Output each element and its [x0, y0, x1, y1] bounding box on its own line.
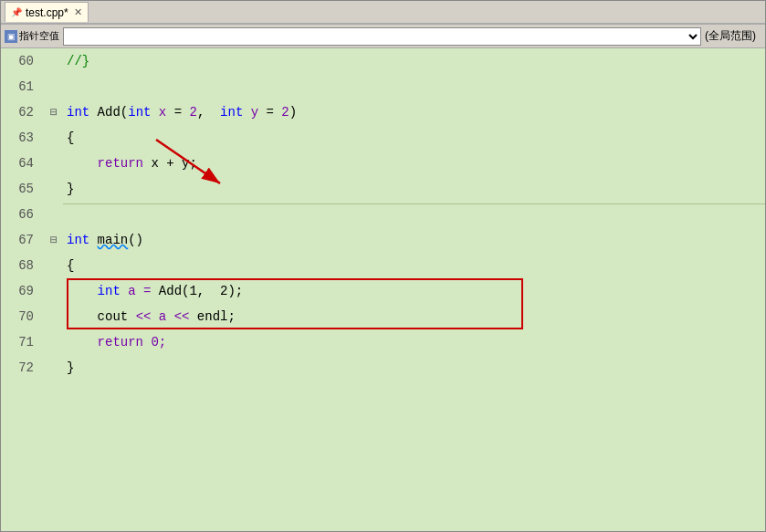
line-number: 62 [1, 99, 39, 125]
line-number: 64 [1, 151, 39, 176]
fold-indicator [45, 176, 63, 182]
line-row: 67⊟int main() [1, 227, 765, 253]
fold-indicator [45, 125, 63, 130]
fold-indicator [45, 151, 63, 156]
line-content: { [63, 253, 765, 278]
fold-indicator[interactable]: ⊟ [45, 99, 63, 120]
pointer-null-icon: ▣ [5, 30, 17, 43]
line-row: 68{ [1, 253, 765, 278]
line-row: 62⊟int Add(int x = 2, int y = 2) [1, 99, 765, 125]
toolbar-icon-box: ▣ 指针空值 [5, 29, 59, 43]
line-row: 64 return x + y; [1, 151, 765, 176]
line-number: 60 [1, 48, 39, 74]
line-number: 65 [1, 176, 39, 202]
line-content: return x + y; [63, 151, 765, 176]
line-number: 71 [1, 329, 39, 355]
fold-indicator [45, 304, 63, 309]
tab-label: test.cpp* [26, 6, 68, 19]
fold-indicator [45, 74, 63, 79]
fold-indicator [45, 253, 63, 258]
line-row: 60//} [1, 48, 765, 74]
line-row: 63{ [1, 125, 765, 151]
scope-dropdown[interactable] [63, 27, 701, 46]
line-number: 61 [1, 74, 39, 99]
line-row: 71 return 0; [1, 329, 765, 355]
line-row: 70 cout << a << endl; [1, 304, 765, 329]
line-content: //} [63, 48, 765, 74]
line-number: 66 [1, 202, 39, 227]
line-content: } [63, 355, 765, 381]
main-window: 📌 test.cpp* ✕ ▣ 指针空值 (全局范围) 60//}6162⊟in… [0, 0, 766, 532]
line-row: 72} [1, 355, 765, 381]
line-content: int Add(int x = 2, int y = 2) [63, 99, 765, 125]
tab-close-button[interactable]: ✕ [74, 6, 82, 18]
fold-indicator [45, 202, 63, 207]
fold-indicator [45, 278, 63, 284]
fold-indicator [45, 48, 63, 54]
line-number: 70 [1, 304, 39, 329]
line-number: 63 [1, 125, 39, 151]
line-content [63, 203, 765, 204]
line-content: } [63, 176, 765, 202]
line-row: 65} [1, 176, 765, 202]
line-row: 69 int a = Add(1, 2); [1, 278, 765, 304]
toolbar: ▣ 指针空值 (全局范围) [1, 25, 765, 48]
line-content: int main() [63, 227, 765, 253]
line-content: cout << a << endl; [63, 304, 765, 329]
line-number: 68 [1, 253, 39, 278]
line-row: 66 [1, 202, 765, 227]
line-number: 72 [1, 355, 39, 381]
pin-icon: 📌 [11, 7, 22, 17]
line-row: 61 [1, 74, 765, 99]
line-number: 69 [1, 278, 39, 304]
tab-test-cpp[interactable]: 📌 test.cpp* ✕ [5, 2, 89, 22]
line-content: return 0; [63, 329, 765, 355]
fold-indicator[interactable]: ⊟ [45, 227, 63, 247]
fold-indicator [45, 329, 63, 335]
tab-bar: 📌 test.cpp* ✕ [1, 1, 765, 25]
toolbar-icon-label: 指针空值 [19, 29, 59, 43]
line-number: 67 [1, 227, 39, 253]
fold-indicator [45, 355, 63, 360]
line-content: int a = Add(1, 2); [63, 278, 765, 304]
scope-label: (全局范围) [705, 28, 761, 44]
line-content: { [63, 125, 765, 151]
editor: 60//}6162⊟int Add(int x = 2, int y = 2)6… [1, 48, 765, 531]
